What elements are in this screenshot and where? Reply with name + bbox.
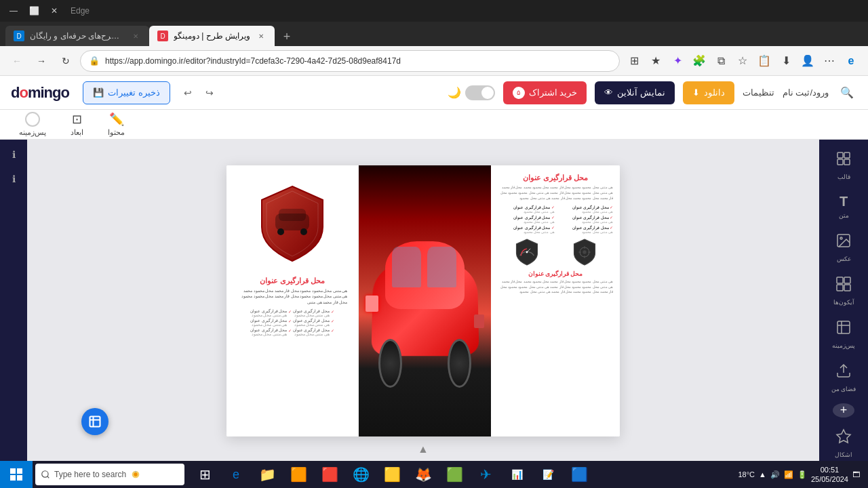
taskbar-search-icon xyxy=(41,470,50,479)
start-button[interactable] xyxy=(0,461,33,488)
left-info-icon-2[interactable]: ℹ xyxy=(4,169,23,188)
refresh-button[interactable]: ↻ xyxy=(56,51,76,71)
star-icon[interactable]: ★ xyxy=(646,51,666,71)
address-bar[interactable]: 🔒 https://app.domingo.ir/editor?industry… xyxy=(80,50,620,72)
forward-button[interactable]: → xyxy=(31,51,52,71)
tray-icon-4: 🔋 xyxy=(797,470,807,479)
sidebar-item-icons[interactable]: آیکون‌ها xyxy=(823,270,864,311)
close-button[interactable]: ✕ xyxy=(46,3,62,19)
favorites-icon[interactable]: ☆ xyxy=(732,51,753,71)
redo-button[interactable]: ↪ xyxy=(200,83,219,102)
theme-toggle[interactable]: 🌙 xyxy=(448,85,495,100)
content-tool[interactable]: ✏️ محتوا xyxy=(102,109,130,140)
collections-icon[interactable]: 📋 xyxy=(754,51,774,71)
left-panel: ℹ ℹ xyxy=(0,140,27,462)
save-button[interactable]: 💾 ذخیره تغییرات xyxy=(83,81,170,104)
sidebar-item-shapes[interactable]: اشکال xyxy=(823,423,864,462)
cortana-icon xyxy=(130,469,141,480)
tab-close-editor[interactable]: ✕ xyxy=(256,30,267,41)
sidebar-item-background[interactable]: پس‌زمینه xyxy=(823,314,864,354)
search-icon[interactable]: 🔍 xyxy=(837,83,857,103)
doc-left-text: هی متنی محل محمود محمود محل قار محمد محل… xyxy=(237,288,347,305)
more-menu-icon[interactable]: ⋯ xyxy=(819,51,840,71)
taskbar-word[interactable]: 📝 xyxy=(533,461,563,488)
tab-templates[interactable]: D قالب‌ها و طرح‌های حرفه‌ای و رایگان ✕ xyxy=(5,26,149,46)
settings-button[interactable]: تنظیمات xyxy=(743,87,774,98)
sidebar-item-my-space[interactable]: فضای من xyxy=(823,357,864,398)
svg-rect-14 xyxy=(837,159,843,165)
taskbar-edge[interactable]: e xyxy=(221,461,251,488)
taskbar-excel[interactable]: 📊 xyxy=(502,461,532,488)
taskbar-telegram[interactable]: ✈ xyxy=(471,461,500,488)
split-view-icon[interactable]: ⧉ xyxy=(711,51,731,71)
taskbar-explorer[interactable]: 📁 xyxy=(252,461,282,488)
sidebar-item-text[interactable]: T متن xyxy=(823,188,864,224)
window-controls: — ⬜ ✕ xyxy=(5,3,62,19)
svg-point-39 xyxy=(134,472,137,476)
taskbar-date-value: 25/05/2024 xyxy=(811,474,848,484)
maximize-button[interactable]: ⬜ xyxy=(26,3,42,19)
doc-mini-shields xyxy=(498,238,613,266)
shield-mini-left xyxy=(572,238,597,266)
doc-right-para-2: هی متنی محل محمود محمود محل قار محمد محل… xyxy=(498,279,613,295)
taskbar-task-view[interactable]: ⊞ xyxy=(190,461,220,488)
address-text: https://app.domingo.ir/editor?industryId… xyxy=(105,56,611,66)
svg-rect-33 xyxy=(17,468,22,474)
tab-editor[interactable]: D ویرایش طرح | دومینگو ✕ xyxy=(149,26,275,46)
content-tool-icon: ✏️ xyxy=(109,112,124,127)
toolbar-icons: ⊞ ★ ✦ 🧩 ⧉ ☆ 📋 ⬇ 👤 ⋯ e xyxy=(624,51,861,71)
taskbar-chrome[interactable]: 🌐 xyxy=(346,461,376,488)
canvas-toolbar: پس‌زمینه ⊡ ابعاد ✏️ محتوا xyxy=(0,110,868,140)
taskbar-app-8[interactable]: 🟩 xyxy=(439,461,469,488)
taskbar-app-6[interactable]: 🟨 xyxy=(377,461,407,488)
tab-manager-icon[interactable]: ⊞ xyxy=(624,51,644,71)
preview-button[interactable]: 👁 نمایش آنلاین xyxy=(595,81,675,104)
doc-left-title: محل قرارگیری عنوان xyxy=(260,277,325,285)
taskbar-app-12[interactable]: 🟦 xyxy=(564,461,594,488)
undo-button[interactable]: ↩ xyxy=(178,83,197,102)
taskbar-search-box[interactable]: Type here to search xyxy=(35,464,184,485)
downloads-icon[interactable]: ⬇ xyxy=(776,51,796,71)
browser-toolbar: ← → ↻ 🔒 https://app.domingo.ir/editor?in… xyxy=(0,46,868,76)
svg-rect-20 xyxy=(837,285,843,291)
svg-rect-18 xyxy=(837,277,843,283)
left-info-icon-1[interactable]: ℹ xyxy=(4,145,23,164)
dimensions-tool[interactable]: ⊡ ابعاد xyxy=(65,109,89,140)
notification-icon[interactable]: 🗔 xyxy=(852,470,860,479)
doc-right-heading-2: محل قرارگیری عنوان xyxy=(498,270,613,277)
svg-rect-1 xyxy=(279,209,306,221)
login-button[interactable]: ورود/ثبت نام xyxy=(783,87,829,98)
app-header: domingo 💾 ذخیره تغییرات ↩ ↪ 🌙 ۵ خرید اشت… xyxy=(0,76,868,110)
canvas-area: محل قرارگیری عنوان هی متنی محل محمود محم… xyxy=(27,140,819,462)
pixel-button[interactable] xyxy=(81,408,108,435)
extensions-icon[interactable]: 🧩 xyxy=(689,51,709,71)
taskbar-app-4[interactable]: 🟥 xyxy=(315,461,344,488)
taskbar-firefox[interactable]: 🦊 xyxy=(408,461,438,488)
subscribe-button[interactable]: ۵ خرید اشتراک xyxy=(503,81,587,104)
back-button[interactable]: ← xyxy=(7,51,27,71)
profile-icon[interactable]: 👤 xyxy=(797,51,818,71)
background-icon xyxy=(835,319,852,340)
tray-icon-1: ▲ xyxy=(759,470,766,479)
new-tab-button[interactable]: + xyxy=(277,27,296,46)
moon-icon: 🌙 xyxy=(448,86,461,99)
tab-close-templates[interactable]: ✕ xyxy=(130,30,141,41)
sidebar-label-my-space: فضای من xyxy=(831,386,856,392)
sidebar-item-photo[interactable]: عکس xyxy=(823,227,864,268)
edge-icon[interactable]: e xyxy=(841,51,861,71)
sidebar-label-template: قالب xyxy=(837,174,850,180)
subscribe-label: خرید اشتراک xyxy=(529,87,578,98)
taskbar-app-3[interactable]: 🟧 xyxy=(283,461,313,488)
toggle-switch[interactable] xyxy=(465,85,495,100)
minimize-button[interactable]: — xyxy=(5,3,22,19)
background-tool[interactable]: پس‌زمینه xyxy=(14,109,52,140)
tab-label-templates: قالب‌ها و طرح‌های حرفه‌ای و رایگان xyxy=(30,31,125,41)
preview-label: نمایش آنلاین xyxy=(617,87,665,98)
sidebar-item-template[interactable]: قالب xyxy=(823,145,864,186)
sidebar-add-button[interactable]: + xyxy=(833,403,854,418)
copilot-icon[interactable]: ✦ xyxy=(667,51,688,71)
scroll-up-button[interactable]: ▲ xyxy=(418,443,429,455)
taskbar-clock[interactable]: 00:51 25/05/2024 xyxy=(811,465,848,485)
download-button[interactable]: ⬇ دانلود xyxy=(683,81,734,104)
taskbar-time-value: 00:51 xyxy=(811,465,848,474)
